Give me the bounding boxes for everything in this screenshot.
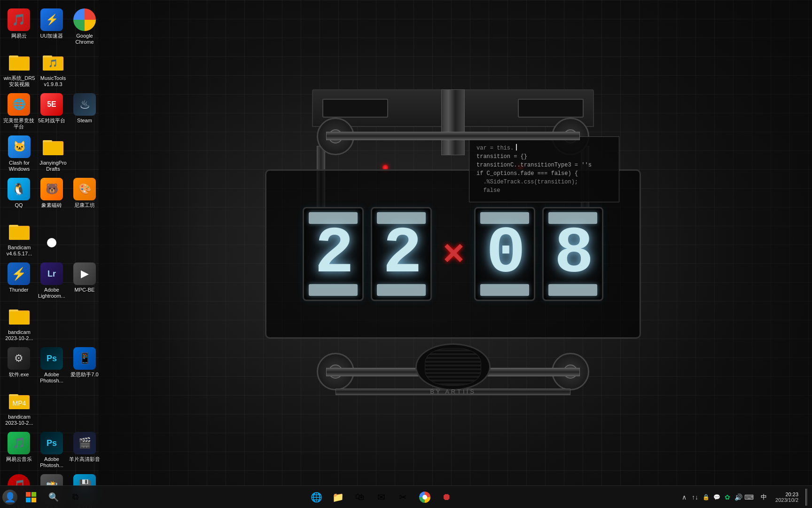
pipe-h-top: [326, 132, 580, 140]
desktop-icon-ps1[interactable]: Ps Adobe Photosh...: [35, 343, 68, 386]
svg-rect-22: [26, 498, 31, 502]
desktop-icon-lr[interactable]: Lr Adobe Lightroom...: [35, 259, 68, 301]
wanjia-icon: 🌐: [8, 93, 30, 116]
desktop-icon-winfolder[interactable]: win系统_DR5 安装视频: [2, 47, 36, 89]
desktop-icon-qq[interactable]: 🐧 QQ: [2, 174, 35, 216]
network-icon: ↑↓: [692, 493, 698, 501]
taskbar-chrome-button[interactable]: [414, 487, 435, 508]
ps2-label: Adobe Photosh...: [36, 456, 68, 468]
taskbar-edge-button[interactable]: 🌐: [306, 487, 327, 508]
desktop-icon-thunder[interactable]: ⚡ Thunder: [2, 259, 35, 301]
desktop-icon-niuma[interactable]: 🎨 尼康工坊: [68, 174, 101, 216]
xiaoxiong-icon: 🐻: [40, 178, 63, 200]
desktop-icon-xiaoxiong[interactable]: 🐻 象素磁砖: [35, 174, 68, 216]
digit-bottom-1: [309, 284, 358, 296]
wechat-tray-icon: ✿: [725, 493, 730, 501]
code-line-2: transition = {}: [476, 152, 612, 161]
mpc-label: MPC-BE: [75, 287, 95, 293]
taskbar-explorer-button[interactable]: 📁: [328, 487, 349, 508]
desktop-icon-ps2[interactable]: Ps Adobe Photosh...: [35, 428, 68, 470]
clash-icon: 🐱: [8, 135, 31, 158]
systray-vpn[interactable]: 🔒: [701, 492, 710, 502]
uu-label: UU加速器: [40, 33, 63, 39]
desktop-icon-mpc[interactable]: ▶ MPC-BE: [68, 259, 101, 301]
start-button[interactable]: [20, 486, 42, 508]
desktop-icon-musictools[interactable]: 🎵 MusicTools v1.9.8.3: [36, 47, 70, 89]
taskview-button[interactable]: ⧉: [65, 487, 86, 508]
clock-time: 20:23: [785, 492, 798, 497]
taskbar-mail-button[interactable]: ✉: [371, 487, 392, 508]
digit-bottom-4: [548, 284, 597, 296]
desktop-icon-software[interactable]: ⚙ 软件.exe: [2, 343, 35, 386]
language-indicator[interactable]: 中: [758, 493, 769, 501]
systray-chevron[interactable]: ∧: [679, 492, 689, 502]
systray-chat[interactable]: 💬: [712, 492, 721, 502]
digit-char-4: 8: [554, 221, 591, 287]
explorer-icon: 📁: [332, 492, 344, 503]
desktop-icon-uu[interactable]: ⚡ UU加速器: [35, 5, 68, 47]
systray-input[interactable]: ⌨: [744, 492, 754, 502]
svg-text:MP4: MP4: [13, 399, 26, 407]
windows-logo-icon: [25, 492, 37, 503]
desktop-icon-clash[interactable]: 🐱 Clash for Windows: [2, 132, 36, 174]
speaker-vent: [415, 343, 491, 390]
taskbar-obs-button[interactable]: ⏺: [436, 487, 457, 508]
thunder-label: Thunder: [9, 287, 29, 293]
systray-volume[interactable]: 🔊: [734, 492, 743, 502]
icon-row-6: Bandicam v4.6.5.17...: [2, 216, 101, 259]
systray-network[interactable]: ↑↓: [690, 492, 700, 502]
jianying-label: JianyingPro Drafts: [37, 160, 69, 172]
systray-wechat[interactable]: ✿: [723, 492, 732, 502]
show-desktop-button[interactable]: [805, 489, 807, 506]
desktop-icon-wanjia[interactable]: 🌐 完美世界竞技平台: [2, 89, 35, 132]
clock-container: 2 2 ✕ 0: [289, 89, 617, 419]
code-line-6: false: [476, 186, 612, 195]
panel-slot-right: [518, 99, 584, 118]
chrome-icon-desktop: [73, 8, 96, 31]
code-overlay: var = this. transition = {} transitionC.…: [469, 136, 619, 202]
taskbar-clip-button[interactable]: ✂: [393, 487, 414, 508]
taskbar-search-button[interactable]: 🔍: [42, 486, 65, 508]
clash-label: Clash for Windows: [3, 160, 35, 172]
desktop-icon-5e[interactable]: 5E 5E对战平台: [35, 89, 68, 132]
qmuse-label: 网易云音乐: [6, 456, 32, 462]
desktop-icon-steam[interactable]: ♨ Steam: [68, 89, 101, 132]
yisi-icon: 📱: [73, 347, 96, 370]
input-icon: ⌨: [744, 493, 754, 501]
chat-icon: 💬: [713, 494, 720, 500]
qq-label: QQ: [15, 202, 23, 208]
taskbar-store-button[interactable]: 🛍: [350, 487, 370, 508]
avatar-image: 👤: [2, 490, 17, 505]
store-icon: 🛍: [355, 492, 365, 502]
jianying-icon: [42, 135, 64, 158]
taskbar-right: ∧ ↑↓ 🔒 💬 ✿ 🔊 ⌨ 中: [677, 489, 812, 506]
digit-panel-1: 2: [303, 207, 364, 301]
icon-row-3: 🌐 完美世界竞技平台 5E 5E对战平台 ♨ Steam: [2, 89, 101, 132]
thunder-icon-desktop: ⚡: [8, 262, 30, 285]
svg-rect-9: [43, 142, 63, 155]
byline: BY ARTIIS: [430, 388, 476, 395]
bandicam2-label: bandicam 2023-10-2...: [3, 329, 35, 341]
desktop-icon-bandicam2[interactable]: bandicam 2023-10-2...: [2, 301, 36, 343]
clock-date: 2023/10/2: [775, 497, 798, 503]
desktop-icon-liangpian[interactable]: 🎬 羊片高清影音: [68, 428, 101, 470]
desktop-icon-netease[interactable]: 🎵 网易云: [2, 5, 35, 47]
winfolder-label: win系统_DR5 安装视频: [3, 75, 35, 87]
digit-top-2: [377, 212, 426, 224]
desktop-icon-yisi[interactable]: 📱 爱思助手7.0: [68, 343, 101, 386]
desktop-icon-jianying[interactable]: JianyingPro Drafts: [36, 132, 70, 174]
ps1-label: Adobe Photosh...: [36, 372, 68, 384]
lang-text: 中: [761, 493, 767, 500]
user-avatar[interactable]: 👤: [2, 490, 17, 505]
taskbar-clock[interactable]: 20:23 2023/10/2: [772, 492, 802, 503]
desktop-icon-bandicam3[interactable]: MP4 bandicam 2023-10-2...: [2, 386, 36, 428]
desktop-icon-qmuse[interactable]: 🎵 网易云音乐: [2, 428, 35, 470]
qmuse-icon: 🎵: [8, 432, 30, 454]
icon-row-9: ⚙ 软件.exe Ps Adobe Photosh... 📱 爱思助手7.0: [2, 343, 101, 386]
icon-row-5: 🐧 QQ 🐻 象素磁砖 🎨 尼康工坊: [2, 174, 101, 216]
code-line-1: var = this.: [476, 144, 612, 152]
desktop-icon-bandicam1[interactable]: Bandicam v4.6.5.17...: [2, 216, 36, 259]
colon-icon: ✕: [441, 238, 465, 270]
digit-panel-3: 0: [474, 207, 535, 301]
desktop-icon-chrome[interactable]: Google Chrome: [68, 5, 101, 47]
